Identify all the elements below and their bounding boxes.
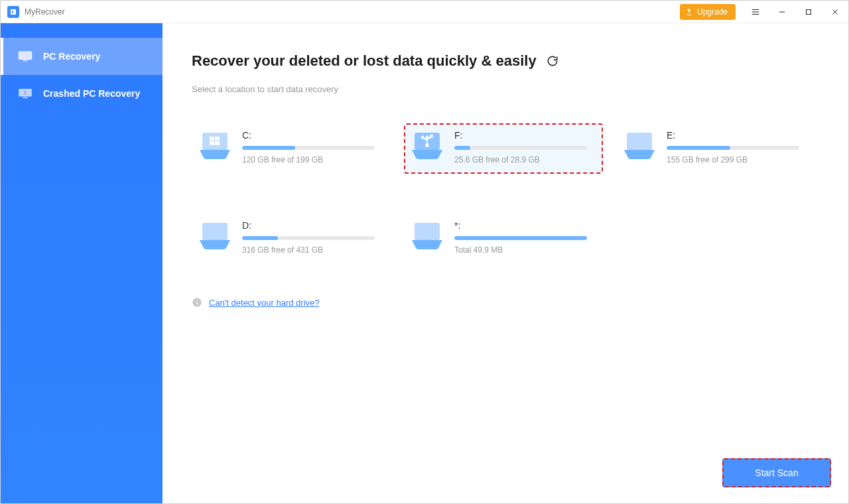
drive-usage-bar	[242, 146, 375, 150]
drive-info: F:25.6 GB free of 28.9 GB	[454, 130, 596, 164]
drive-info: E:155 GB free of 299 GB	[667, 130, 809, 164]
svg-rect-17	[627, 133, 652, 150]
drive-info: *:Total 49.9 MB	[454, 220, 596, 255]
drive-stats: Total 49.9 MB	[454, 245, 596, 255]
minimize-icon	[778, 8, 786, 16]
upgrade-icon	[685, 8, 693, 16]
sidebar-item-label: PC Recovery	[43, 51, 100, 62]
help-row: Can't detect your hard drive?	[192, 297, 819, 308]
start-scan-button[interactable]: Start Scan	[722, 458, 831, 487]
drive-icon	[411, 220, 444, 249]
app-name: MyRecover	[25, 7, 65, 17]
drive-label: *:	[454, 220, 596, 231]
drive-usage-fill	[242, 146, 295, 150]
svg-rect-9	[210, 137, 214, 141]
maximize-button[interactable]	[795, 1, 822, 23]
drive-label: D:	[242, 220, 384, 231]
upgrade-label: Upgrade	[697, 7, 728, 17]
sidebar-item-pc-recovery[interactable]: PC Recovery	[1, 38, 163, 75]
drive-icon	[623, 130, 656, 159]
drive-info: D:316 GB free of 431 GB	[242, 220, 384, 255]
close-icon	[831, 8, 839, 16]
svg-rect-10	[215, 137, 220, 141]
svg-rect-21	[196, 302, 197, 305]
sidebar: PC Recovery ! Crashed PC Recovery	[1, 23, 163, 503]
drive-item[interactable]: D:316 GB free of 431 GB	[192, 214, 391, 264]
minimize-button[interactable]	[769, 1, 795, 23]
drive-item[interactable]: F:25.6 GB free of 28.9 GB	[404, 123, 603, 174]
close-button[interactable]	[822, 1, 848, 23]
drive-stats: 120 GB free of 199 GB	[242, 155, 384, 164]
drive-usage-fill	[242, 236, 278, 240]
maximize-icon	[805, 8, 813, 16]
drive-usage-bar	[242, 236, 375, 240]
page-subtitle: Select a location to start data recovery	[192, 84, 819, 94]
drive-stats: 25.6 GB free of 28.9 GB	[454, 155, 596, 164]
sidebar-item-label: Crashed PC Recovery	[43, 88, 140, 99]
svg-point-15	[421, 136, 423, 138]
svg-rect-19	[415, 223, 440, 240]
app-logo-icon	[7, 6, 19, 18]
titlebar-left: MyRecover	[1, 6, 65, 18]
drive-usage-bar	[454, 146, 587, 150]
info-icon	[192, 297, 202, 308]
drive-stats: 316 GB free of 431 GB	[242, 245, 384, 255]
drive-stats: 155 GB free of 299 GB	[667, 155, 809, 164]
app-window: MyRecover Upgrade	[0, 0, 849, 504]
drive-usage-bar	[667, 146, 799, 150]
drive-icon	[411, 130, 444, 159]
body: PC Recovery ! Crashed PC Recovery Recove…	[1, 23, 848, 503]
page-title: Recover your deleted or lost data quickl…	[192, 52, 537, 70]
drive-usage-fill	[454, 236, 587, 240]
svg-rect-0	[779, 11, 785, 12]
svg-rect-16	[430, 135, 432, 137]
drive-icon	[198, 220, 231, 249]
drive-label: E:	[667, 130, 809, 141]
svg-text:!: !	[25, 90, 27, 96]
svg-rect-18	[202, 223, 228, 240]
sidebar-item-crashed-pc-recovery[interactable]: ! Crashed PC Recovery	[1, 75, 163, 112]
drive-label: C:	[242, 130, 384, 141]
svg-rect-12	[215, 141, 220, 145]
svg-rect-7	[23, 97, 27, 98]
svg-rect-4	[23, 60, 27, 61]
heading-row: Recover your deleted or lost data quickl…	[192, 52, 819, 70]
start-scan-label: Start Scan	[755, 468, 798, 478]
drive-icon	[198, 130, 231, 159]
help-link[interactable]: Can't detect your hard drive?	[209, 298, 320, 308]
drive-usage-bar	[454, 236, 587, 240]
svg-rect-11	[210, 141, 214, 145]
menu-icon	[751, 7, 760, 17]
drive-info: C:120 GB free of 199 GB	[242, 130, 384, 164]
drive-label: F:	[454, 130, 596, 141]
main: Recover your deleted or lost data quickl…	[163, 23, 848, 503]
titlebar-right: Upgrade	[680, 1, 848, 23]
titlebar: MyRecover Upgrade	[1, 1, 848, 23]
monitor-icon	[18, 51, 33, 62]
svg-rect-2	[19, 52, 32, 60]
drive-usage-fill	[454, 146, 470, 150]
upgrade-button[interactable]: Upgrade	[680, 4, 736, 20]
refresh-button[interactable]	[546, 54, 559, 68]
drive-item[interactable]: E:155 GB free of 299 GB	[616, 123, 815, 174]
menu-button[interactable]	[742, 1, 769, 23]
svg-rect-22	[196, 300, 197, 300]
drive-item[interactable]: C:120 GB free of 199 GB	[192, 123, 391, 174]
drive-usage-fill	[667, 146, 730, 150]
svg-rect-1	[807, 9, 811, 14]
drive-grid: C:120 GB free of 199 GBF:25.6 GB free of…	[192, 123, 819, 264]
drive-item[interactable]: *:Total 49.9 MB	[404, 214, 603, 264]
refresh-icon	[546, 54, 559, 68]
monitor-warning-icon: !	[18, 88, 33, 99]
